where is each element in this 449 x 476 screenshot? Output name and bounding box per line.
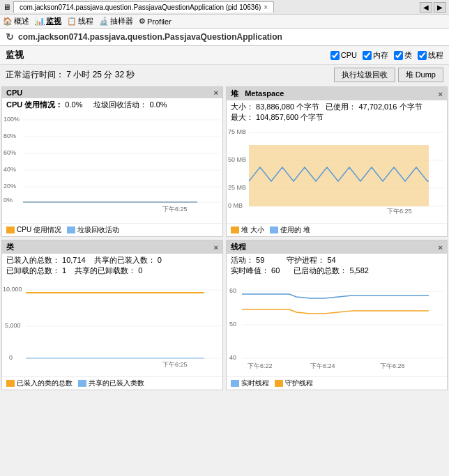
- threads-legend-live-label: 实时线程: [241, 378, 269, 388]
- heap-size: 大小： 83,886,080 个字节 已使用： 47,702,016 个字节: [231, 102, 423, 112]
- heap-legend-used-label: 使用的 堆: [280, 225, 310, 235]
- cpu-panel-close[interactable]: ×: [214, 89, 218, 97]
- classes-shared-loaded: 共享的已装入数： 0: [94, 255, 162, 266]
- svg-text:60: 60: [229, 287, 236, 294]
- overview-icon: 🏠: [3, 17, 13, 26]
- svg-text:5,000: 5,000: [5, 322, 21, 329]
- nav-arrows: ◀ ▶: [420, 2, 446, 13]
- classes-chart-svg: 10,000 5,000 0 下午6:25: [2, 277, 222, 376]
- classes-checkbox[interactable]: 类: [394, 50, 412, 61]
- svg-text:25 MB: 25 MB: [228, 184, 246, 191]
- threads-active: 活动： 59: [231, 255, 264, 266]
- svg-text:75 MB: 75 MB: [228, 128, 246, 135]
- toolbar-monitor[interactable]: 📊 监视: [35, 16, 61, 26]
- cpu-legend-gc-color: [67, 227, 75, 233]
- sampler-icon: 🔬: [99, 17, 109, 26]
- profiler-label: Profiler: [147, 17, 172, 26]
- cpu-panel-header: CPU ×: [2, 87, 222, 98]
- heap-legend-size-label: 堆 大小: [241, 225, 264, 235]
- heap-legend-used-color: [270, 227, 278, 233]
- threads-legend: 实时线程 守护线程: [227, 376, 447, 390]
- svg-text:下午6:26: 下午6:26: [380, 362, 405, 369]
- threads-legend-daemon-color: [275, 380, 283, 387]
- svg-text:0: 0: [9, 354, 13, 361]
- svg-text:80%: 80%: [3, 132, 16, 139]
- app-path-text: com.jackson0714.passjava.question.Passja…: [18, 32, 282, 42]
- cpu-legend-usage-label: CPU 使用情况: [17, 225, 61, 235]
- toolbar-sampler[interactable]: 🔬 抽样器: [99, 16, 133, 26]
- memory-checkbox-input[interactable]: [363, 51, 372, 60]
- svg-text:60%: 60%: [3, 149, 16, 156]
- heap-legend-size: 堆 大小: [231, 225, 264, 235]
- refresh-icon[interactable]: ↻: [6, 31, 14, 43]
- nav-left-button[interactable]: ◀: [420, 2, 432, 13]
- profiler-icon: ⚙: [139, 17, 146, 26]
- classes-legend-loaded: 已装入的类的总数: [6, 378, 73, 388]
- classes-chart-body: 10,000 5,000 0 下午6:25: [2, 277, 222, 376]
- heap-panel: 堆 Metaspace × 大小： 83,886,080 个字节 已使用： 47…: [226, 86, 448, 237]
- dump-button[interactable]: 堆 Dump: [398, 68, 443, 82]
- title-bar: 🖥 com.jackson0714.passjava.question.Pass…: [0, 0, 449, 15]
- classes-loaded: 已装入的总数： 10,714: [6, 255, 86, 266]
- cpu-panel-title: CPU: [6, 89, 22, 97]
- threads-checkbox[interactable]: 线程: [418, 50, 443, 61]
- checkboxes-group: CPU 内存 类 线程: [330, 50, 443, 61]
- tab-close-button[interactable]: ×: [264, 3, 268, 11]
- cpu-checkbox-input[interactable]: [330, 51, 340, 60]
- svg-text:40%: 40%: [3, 166, 16, 173]
- toolbar-overview[interactable]: 🏠 概述: [3, 16, 29, 26]
- threads-stats: 活动： 59 守护进程： 54 实时峰值： 60 已启动的总数： 5,582: [227, 254, 447, 277]
- cpu-legend-usage: CPU 使用情况: [6, 225, 61, 235]
- nav-right-button[interactable]: ▶: [434, 2, 446, 13]
- svg-text:下午6:24: 下午6:24: [310, 362, 335, 369]
- svg-text:0%: 0%: [3, 197, 13, 204]
- heap-panel-header: 堆 Metaspace ×: [227, 87, 447, 100]
- monitor-label: 监视: [46, 16, 61, 26]
- threads-stats-row2: 实时峰值： 60 已启动的总数： 5,582: [231, 266, 443, 276]
- uptime-row: 正常运行时间： 7 小时 25 分 32 秒 执行垃圾回收 堆 Dump: [0, 65, 449, 85]
- threads-panel-header: 线程 ×: [227, 240, 447, 254]
- svg-text:100%: 100%: [3, 116, 20, 123]
- classes-panel-close[interactable]: ×: [214, 243, 218, 252]
- heap-legend-size-color: [231, 227, 239, 233]
- threads-daemon: 守护进程： 54: [287, 255, 335, 266]
- svg-text:50: 50: [229, 321, 236, 328]
- tab-label: com.jackson0714.passjava.question.Passja…: [20, 3, 261, 11]
- heap-stats: 大小： 83,886,080 个字节 已使用： 47,702,016 个字节 最…: [227, 100, 447, 124]
- classes-panel-title: 类: [6, 242, 14, 252]
- memory-checkbox-label: 内存: [373, 50, 388, 61]
- toolbar-profiler[interactable]: ⚙ Profiler: [139, 17, 172, 26]
- uptime-label: 正常运行时间：: [6, 70, 64, 79]
- toolbar-threads[interactable]: 📋 线程: [67, 16, 93, 26]
- heap-panel-close[interactable]: ×: [439, 90, 443, 98]
- main-tab[interactable]: com.jackson0714.passjava.question.Passja…: [13, 1, 274, 13]
- cpu-checkbox[interactable]: CPU: [330, 51, 357, 60]
- threads-peak: 实时峰值： 60: [231, 266, 280, 276]
- svg-text:50 MB: 50 MB: [228, 156, 246, 163]
- threads-panel-title: 线程: [231, 242, 246, 252]
- threads-checkbox-input[interactable]: [418, 51, 427, 60]
- cpu-gc-label: 垃圾回收活动： 0.0%: [93, 100, 167, 110]
- heap-chart-body: 75 MB 50 MB 25 MB 0 MB 下午6:25: [227, 124, 447, 223]
- svg-text:40: 40: [229, 354, 236, 361]
- monitor-header: 监视 CPU 内存 类 线程: [0, 46, 449, 65]
- heap-legend: 堆 大小 使用的 堆: [227, 223, 447, 236]
- threads-legend-daemon: 守护线程: [275, 378, 313, 388]
- svg-text:下午6:22: 下午6:22: [248, 362, 273, 369]
- classes-stats: 已装入的总数： 10,714 共享的已装入数： 0 已卸载的总数： 1 共享的已…: [2, 254, 222, 277]
- cpu-panel: CPU × CPU 使用情况： 0.0% 垃圾回收活动： 0.0% 100% 8…: [1, 86, 223, 237]
- threads-panel-close[interactable]: ×: [439, 243, 443, 252]
- classes-checkbox-label: 类: [404, 50, 412, 61]
- cpu-stats: CPU 使用情况： 0.0% 垃圾回收活动： 0.0%: [2, 98, 222, 112]
- heap-stats-row2: 最大： 104,857,600 个字节: [231, 112, 443, 123]
- classes-stats-row1: 已装入的总数： 10,714 共享的已装入数： 0: [6, 255, 218, 266]
- threads-chart-body: 60 50 40 下午6:22 下午6:24 下午6:26: [227, 277, 447, 376]
- gc-button[interactable]: 执行垃圾回收: [334, 68, 395, 82]
- memory-checkbox[interactable]: 内存: [363, 50, 388, 61]
- sampler-label: 抽样器: [110, 16, 133, 26]
- heap-chart-svg: 75 MB 50 MB 25 MB 0 MB 下午6:25: [227, 124, 447, 223]
- classes-legend-loaded-color: [6, 380, 15, 387]
- monitor-icon: 📊: [35, 17, 45, 26]
- cpu-legend-gc: 垃圾回收活动: [67, 225, 119, 235]
- classes-checkbox-input[interactable]: [394, 51, 403, 60]
